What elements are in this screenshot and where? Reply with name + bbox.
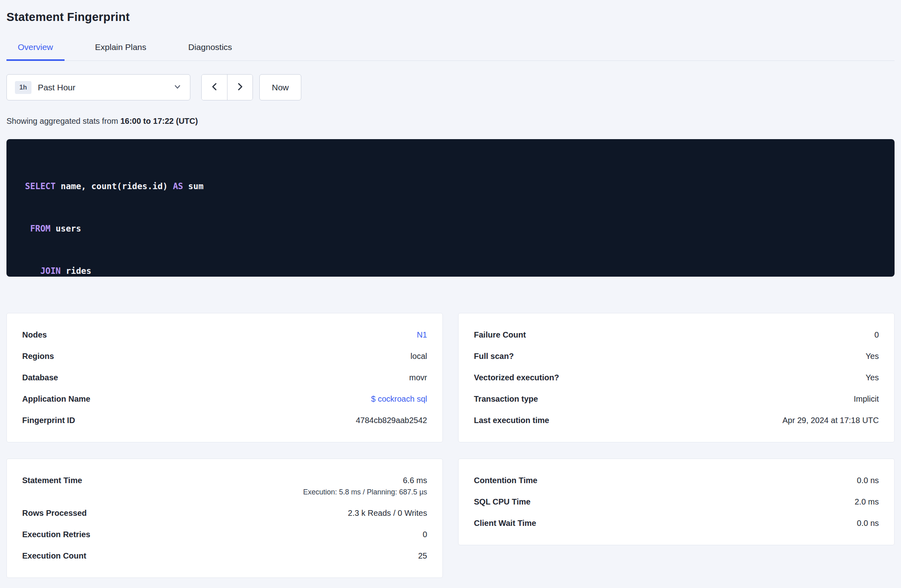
row-label: Execution Retries [22,530,90,539]
execution-count-value: 25 [418,551,427,561]
row-label: Regions [22,352,54,361]
tab-bar: Overview Explain Plans Diagnostics [6,36,895,61]
aggregated-stats-caption: Showing aggregated stats from 16:00 to 1… [6,117,895,126]
row-label: Full scan? [474,352,514,361]
row-transaction-type: Transaction type Implicit [474,388,879,410]
row-fingerprint-id: Fingerprint ID 4784cb829aab2542 [22,410,427,431]
row-regions: Regions local [22,346,427,367]
row-nodes: Nodes N1 [22,324,427,346]
prev-interval-button[interactable] [202,75,227,100]
interval-arrow-group [201,74,253,100]
row-label: Statement Time [22,476,82,485]
sql-line: SELECT name, count(rides.id) AS sum [25,179,876,194]
statement-timing-card: Statement Time 6.6 ms Execution: 5.8 ms … [6,459,443,578]
last-execution-time-value: Apr 29, 2024 at 17:18 UTC [782,416,879,425]
now-button[interactable]: Now [259,74,301,100]
rows-processed-value: 2.3 k Reads / 0 Writes [348,509,427,518]
row-label: Execution Count [22,551,86,561]
chevron-down-icon [173,82,182,92]
row-label: Rows Processed [22,509,87,518]
row-label: Nodes [22,330,47,340]
chevron-right-icon [235,81,245,93]
time-range-dropdown[interactable]: 1h Past Hour [6,74,190,100]
row-failure-count: Failure Count 0 [474,324,879,346]
row-full-scan: Full scan? Yes [474,346,879,367]
row-label: Vectorized execution? [474,373,559,382]
row-execution-count: Execution Count 25 [22,545,427,567]
time-range-label: Past Hour [38,83,173,92]
tab-overview[interactable]: Overview [6,36,65,61]
sql-statement-box: SELECT name, count(rides.id) AS sum FROM… [6,139,895,277]
caption-time-range: 16:00 to 17:22 (UTC) [120,117,198,125]
chevron-left-icon [209,81,220,93]
row-label: Client Wait Time [474,519,536,528]
failure-count-value: 0 [874,330,879,340]
fingerprint-id-value: 4784cb829aab2542 [356,416,427,425]
row-client-wait-time: Client Wait Time 0.0 ns [474,513,879,534]
page-title: Statement Fingerprint [6,10,895,24]
row-rows-processed: Rows Processed 2.3 k Reads / 0 Writes [22,503,427,524]
client-wait-time-value: 0.0 ns [857,519,879,528]
statement-fingerprint-page: Statement Fingerprint Overview Explain P… [0,0,901,578]
caption-prefix: Showing aggregated stats from [6,117,120,125]
application-name-link[interactable]: $ cockroach sql [371,394,427,404]
database-value: movr [409,373,427,382]
row-database: Database movr [22,367,427,388]
nodes-value-link[interactable]: N1 [417,330,427,340]
row-label: Fingerprint ID [22,416,75,425]
statement-time-breakdown: Execution: 5.8 ms / Planning: 687.5 µs [303,488,427,496]
execution-retries-value: 0 [423,530,427,539]
sql-line: JOIN rides [25,264,876,277]
vectorized-execution-value: Yes [866,373,879,382]
sql-line: FROM users [25,222,876,236]
statement-time-values: 6.6 ms Execution: 5.8 ms / Planning: 687… [303,476,427,496]
row-last-execution-time: Last execution time Apr 29, 2024 at 17:1… [474,410,879,431]
row-label: SQL CPU Time [474,497,530,507]
row-label: Contention Time [474,476,537,485]
row-statement-time: Statement Time 6.6 ms Execution: 5.8 ms … [22,470,427,503]
statement-time-value: 6.6 ms [303,476,427,485]
tab-diagnostics[interactable]: Diagnostics [177,36,244,61]
execution-attributes-card: Failure Count 0 Full scan? Yes Vectorize… [458,313,895,442]
row-label: Database [22,373,58,382]
row-label: Application Name [22,394,90,404]
summary-cards-grid: Nodes N1 Regions local Database movr App… [6,313,895,578]
row-label: Transaction type [474,394,538,404]
interval-badge: 1h [15,81,31,94]
wait-time-card: Contention Time 0.0 ns SQL CPU Time 2.0 … [458,459,895,545]
row-application-name: Application Name $ cockroach sql [22,388,427,410]
next-interval-button[interactable] [227,75,252,100]
row-label: Last execution time [474,416,549,425]
statement-details-card: Nodes N1 Regions local Database movr App… [6,313,443,442]
sql-cpu-time-value: 2.0 ms [855,497,879,507]
regions-value: local [411,352,427,361]
row-vectorized-execution: Vectorized execution? Yes [474,367,879,388]
full-scan-value: Yes [866,352,879,361]
tab-explain-plans[interactable]: Explain Plans [84,36,158,61]
row-sql-cpu-time: SQL CPU Time 2.0 ms [474,491,879,513]
time-controls: 1h Past Hour Now [6,74,895,100]
transaction-type-value: Implicit [854,394,879,404]
contention-time-value: 0.0 ns [857,476,879,485]
row-execution-retries: Execution Retries 0 [22,524,427,545]
row-contention-time: Contention Time 0.0 ns [474,470,879,491]
row-label: Failure Count [474,330,526,340]
